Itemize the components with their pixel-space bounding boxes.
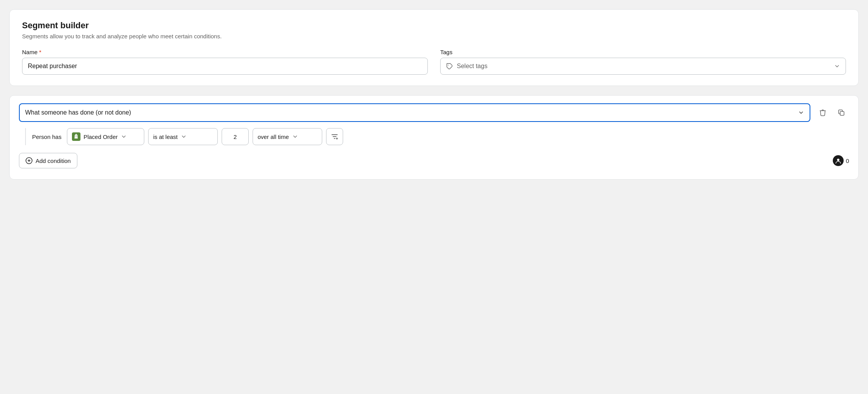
- filter-button[interactable]: [326, 128, 343, 145]
- page-subtitle: Segments allow you to track and analyze …: [22, 33, 846, 39]
- tags-label: Tags: [440, 49, 846, 55]
- count-value: 0: [846, 158, 849, 164]
- required-indicator: *: [39, 49, 41, 55]
- delete-button[interactable]: [815, 105, 830, 120]
- time-range-select[interactable]: over all time: [253, 128, 322, 145]
- copy-button[interactable]: [834, 105, 849, 120]
- tags-placeholder: Select tags: [457, 63, 487, 70]
- delete-icon: [819, 109, 827, 116]
- filter-icon: [331, 133, 338, 140]
- time-range-chevron-icon: [292, 134, 298, 140]
- svg-point-6: [837, 159, 839, 161]
- condition-header: What someone has done (or not done): [19, 103, 849, 122]
- name-label: Name *: [22, 49, 428, 55]
- page-title: Segment builder: [22, 21, 846, 31]
- form-row: Name * Tags Select tags: [22, 49, 846, 75]
- name-input[interactable]: [22, 58, 428, 75]
- condition-operator-select[interactable]: is at least: [148, 128, 218, 145]
- condition-type-chevron-icon: [798, 110, 804, 116]
- condition-actions: [815, 105, 849, 120]
- event-chevron-icon: [121, 134, 127, 140]
- count-input[interactable]: [222, 128, 249, 145]
- name-field-group: Name *: [22, 49, 428, 75]
- plus-circle-icon: [26, 157, 32, 164]
- tags-select-wrapper: Select tags: [440, 58, 846, 75]
- condition-card: What someone has done (or not done) Pers…: [9, 95, 859, 180]
- svg-point-0: [448, 65, 449, 65]
- condition-type-select[interactable]: What someone has done (or not done): [19, 103, 810, 122]
- tag-icon: [446, 63, 453, 70]
- svg-rect-1: [840, 111, 844, 115]
- add-condition-button[interactable]: Add condition: [19, 153, 77, 168]
- segment-builder-card: Segment builder Segments allow you to tr…: [9, 9, 859, 86]
- copy-icon: [837, 109, 845, 116]
- condition-type-label: What someone has done (or not done): [25, 109, 131, 116]
- event-label: Placed Order: [84, 134, 118, 140]
- shopify-icon: [72, 132, 80, 141]
- tags-select-button[interactable]: Select tags: [440, 58, 846, 75]
- condition-body: Person has Placed Order is at least: [25, 128, 849, 145]
- user-avatar-icon: [833, 155, 844, 166]
- time-range-label: over all time: [258, 134, 289, 140]
- tags-chevron-icon: [834, 63, 840, 69]
- person-has-label: Person has: [32, 134, 62, 140]
- svg-rect-3: [75, 136, 77, 136]
- tags-field-group: Tags Select tags: [440, 49, 846, 75]
- add-condition-label: Add condition: [36, 158, 71, 164]
- count-badge: 0: [833, 155, 849, 166]
- bottom-row: Add condition 0: [19, 153, 849, 168]
- condition-operator-chevron-icon: [181, 134, 187, 140]
- event-select[interactable]: Placed Order: [67, 128, 144, 145]
- condition-row: Person has Placed Order is at least: [32, 128, 343, 145]
- condition-operator-label: is at least: [153, 134, 178, 140]
